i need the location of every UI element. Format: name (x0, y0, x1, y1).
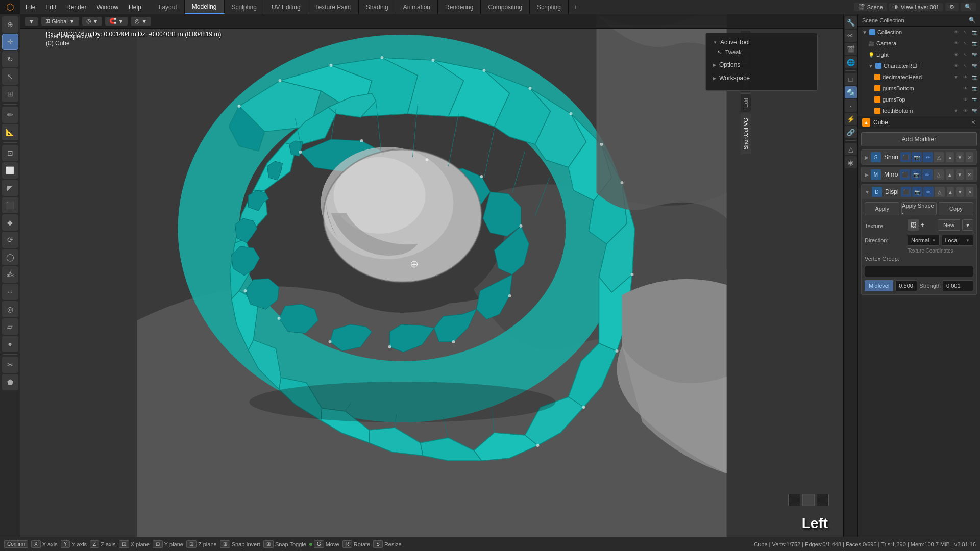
vertex-group-input[interactable] (865, 266, 973, 277)
n-panel-tab-shortcut-vg[interactable]: ShortCut VG (741, 113, 751, 154)
constraints-icon-btn[interactable]: 🔗 (845, 126, 857, 138)
resize-key[interactable]: S (373, 540, 383, 548)
blender-logo[interactable]: ⬡ (0, 0, 20, 14)
tweak-item[interactable]: ↖ Tweak (710, 47, 813, 57)
shrin-edit-btn[interactable]: ✏ (923, 152, 933, 162)
shrin-render-btn[interactable]: 📷 (912, 152, 922, 162)
displ-down-btn[interactable]: ▼ (956, 187, 964, 197)
viewport-shading-menu[interactable]: ▼ (24, 17, 38, 26)
outliner-vis-render[interactable]: 📷 (971, 29, 978, 36)
transform-tool-button[interactable]: ⊞ (2, 86, 18, 102)
cursor-tool-button[interactable]: ⊕ (2, 16, 18, 33)
menu-edit[interactable]: Edit (40, 0, 61, 14)
mirro-realtime-btn[interactable]: ⬛ (900, 169, 910, 180)
rotate-key[interactable]: R (342, 540, 352, 548)
displ-cage-btn[interactable]: △ (935, 187, 945, 197)
modifier-props-icon-btn[interactable]: 🔩 (845, 86, 857, 98)
displ-expand[interactable]: ▼ (865, 189, 870, 195)
corner-sq-3[interactable] (817, 494, 829, 506)
dhead-render[interactable]: 📷 (971, 73, 978, 81)
workspace-header[interactable]: ▶ Workspace (710, 73, 813, 83)
menu-render[interactable]: Render (61, 0, 91, 14)
knife-button[interactable]: ✂ (2, 357, 18, 373)
outliner-gumstop[interactable]: gumsTop 👁 📷 (858, 94, 980, 105)
outliner-teethbottom[interactable]: teethBottom ▼ 👁 📷 (858, 105, 980, 116)
poly-build-button[interactable]: ◆ (2, 214, 18, 231)
x-key[interactable]: X (31, 540, 41, 548)
y-key[interactable]: Y (61, 540, 70, 548)
shrin-cage-btn[interactable]: △ (934, 152, 944, 162)
tab-texture-paint[interactable]: Texture Paint (308, 0, 359, 14)
mirro-edit-btn[interactable]: ✏ (922, 169, 933, 180)
z-key[interactable]: Z (90, 540, 99, 548)
shrin-delete-btn[interactable]: ✕ (966, 152, 973, 162)
mirro-up-btn[interactable]: ▲ (946, 169, 953, 180)
charref-vis[interactable]: 👁 (952, 62, 960, 69)
shrin-expand[interactable]: ▶ (865, 155, 869, 160)
corner-sq-2[interactable] (802, 494, 815, 506)
gtop-vis[interactable]: 👁 (962, 96, 969, 103)
texture-plus-icon[interactable]: + (921, 221, 936, 229)
transform-pivot-button[interactable]: ◎ ▼ (82, 17, 103, 26)
loop-cut-button[interactable]: ⬛ (2, 197, 18, 213)
texture-icon[interactable]: 🖼 (908, 219, 919, 231)
apply-shape-button[interactable]: Apply Shape . (901, 202, 936, 215)
obj-name-close[interactable]: ✕ (971, 119, 976, 126)
rotate-tool-button[interactable]: ↻ (2, 51, 18, 67)
tab-shading[interactable]: Shading (359, 0, 396, 14)
tab-sculpting[interactable]: Sculpting (225, 0, 264, 14)
scene-props-icon-btn[interactable]: 🎬 (845, 43, 857, 55)
add-modifier-button[interactable]: Add Modifier (861, 132, 977, 146)
move-key[interactable]: G (314, 540, 324, 548)
x-plane-key[interactable]: ⊡ (119, 540, 129, 548)
light-render[interactable]: 📷 (971, 51, 978, 58)
tbot-render[interactable]: 📷 (971, 107, 978, 114)
tab-layout[interactable]: Layout (152, 0, 185, 14)
outliner-vis-eye[interactable]: 👁 (952, 29, 960, 36)
measure-button[interactable]: 📐 (2, 124, 18, 140)
proportional-edit-button[interactable]: ◎ ▼ (131, 17, 151, 26)
snap-invert-key[interactable]: ⊞ (220, 540, 230, 548)
y-plane-key[interactable]: ⊡ (153, 540, 163, 548)
shear-button[interactable]: ▱ (2, 318, 18, 335)
n-panel-tab-edit[interactable]: Edit (741, 93, 751, 112)
confirm-key[interactable]: Confirm (4, 540, 28, 548)
mirro-down-btn[interactable]: ▼ (956, 169, 964, 180)
gbot-vis[interactable]: 👁 (962, 85, 969, 92)
menu-window[interactable]: Window (91, 0, 124, 14)
annotate-button[interactable]: ✏ (2, 107, 18, 123)
shrin-up-btn[interactable]: ▲ (946, 152, 954, 162)
bevel-button[interactable]: ◤ (2, 180, 18, 196)
strength-value-field[interactable]: 0.001 (943, 280, 973, 291)
midlevel-value-field[interactable]: 0.500 (895, 280, 917, 291)
dhead-vis[interactable]: 👁 (962, 73, 969, 81)
to-sphere-button[interactable]: ● (2, 336, 18, 352)
edge-slide-button[interactable]: ↔ (2, 284, 18, 300)
scale-tool-button[interactable]: ⤡ (2, 68, 18, 85)
viewport[interactable]: ▼ ⊞ Global ▼ ◎ ▼ 🧲 ▼ ◎ ▼ Dx: -0.002146 m (20, 14, 843, 537)
physics-icon-btn[interactable]: ⚡ (845, 113, 857, 125)
gtop-render[interactable]: 📷 (971, 96, 978, 103)
apply-button[interactable]: Apply (865, 202, 899, 215)
options-header[interactable]: ▶ Options (710, 60, 813, 70)
outliner-camera[interactable]: 🎥 Camera 👁 ↖ 📷 (858, 38, 980, 49)
tab-rendering[interactable]: Rendering (438, 0, 481, 14)
view-layer-icon-btn[interactable]: 👁 (845, 30, 857, 42)
mirro-cage-btn[interactable]: △ (934, 169, 944, 180)
outliner-decimatedhead[interactable]: decimatedHead ▼ 👁 📷 (858, 71, 980, 83)
direction-dropdown[interactable]: Normal (908, 235, 940, 246)
scene-selector[interactable]: 🎬 Scene (854, 3, 887, 11)
z-plane-key[interactable]: ⊡ (186, 540, 197, 548)
tab-uv-editing[interactable]: UV Editing (264, 0, 308, 14)
shrin-realtime-btn[interactable]: ⬛ (900, 152, 911, 162)
active-tool-header[interactable]: ▼ Active Tool (710, 37, 813, 47)
displ-realtime-btn[interactable]: ⬛ (901, 187, 911, 197)
move-tool-button[interactable]: ✛ (2, 34, 18, 50)
light-vis[interactable]: 👁 (952, 51, 960, 58)
outliner-filter-icon[interactable]: 🔍 (969, 17, 976, 23)
camera-render[interactable]: 📷 (971, 40, 978, 47)
object-props-icon-btn[interactable]: □ (845, 73, 857, 85)
charref-render[interactable]: 📷 (971, 62, 978, 69)
material-icon-btn[interactable]: ◉ (845, 156, 857, 168)
tab-modeling[interactable]: Modeling (185, 0, 225, 14)
